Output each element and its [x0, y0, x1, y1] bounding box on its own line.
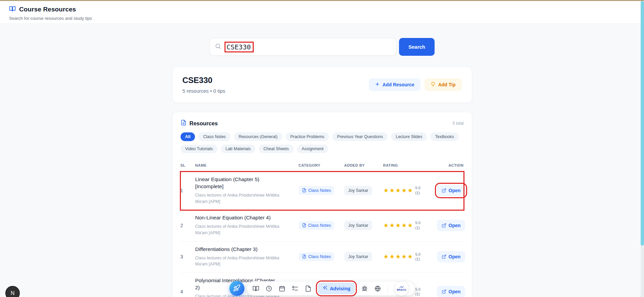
bug-icon[interactable]	[361, 285, 368, 292]
course-meta: 5 resources • 0 tips	[183, 88, 226, 94]
bracu-logo[interactable]: BRACU	[394, 281, 409, 296]
page-scrollbar[interactable]	[641, 1, 644, 297]
row-sl: 1	[181, 188, 195, 193]
row-sl: 4	[181, 289, 195, 294]
rating: 5.0(1)	[383, 220, 437, 230]
filter-chip-resources-general[interactable]: Resources (General)	[234, 132, 282, 141]
dock-pill: Advising BRACU	[247, 281, 415, 296]
clock-icon[interactable]	[265, 285, 272, 292]
filter-chip-practice-problems[interactable]: Practice Problems	[286, 132, 329, 141]
filter-chip-textbooks[interactable]: Textbooks	[430, 132, 458, 141]
open-button[interactable]: Open	[437, 185, 465, 196]
filter-chip-assignment[interactable]: Assignment	[297, 144, 328, 153]
list-todo-icon[interactable]	[292, 285, 298, 292]
col-category: CATEGORY	[295, 163, 344, 167]
filter-chip-previous-year-questions[interactable]: Previous Year Questions	[332, 132, 388, 141]
category-badge: Class Notes	[299, 221, 334, 230]
plus-icon	[375, 82, 380, 88]
search-row: CSE330 Search	[0, 38, 644, 56]
open-label: Open	[449, 188, 461, 193]
calendar-icon[interactable]	[279, 285, 285, 292]
filter-chip-class-notes[interactable]: Class Notes	[198, 132, 230, 141]
rating: 5.0(1)	[383, 185, 437, 195]
added-by-pill: Joy Sarkar	[344, 252, 373, 261]
resources-title: Resources	[190, 120, 218, 127]
file-icon[interactable]	[305, 285, 311, 292]
search-input[interactable]: CSE330	[209, 38, 396, 56]
resource-description: Class lectures of Anika Priodorshinee Mr…	[195, 255, 281, 268]
resource-name: Differentiations (Chapter 3)	[195, 246, 279, 253]
external-link-icon	[442, 188, 446, 193]
col-action: ACTION	[437, 163, 464, 167]
external-link-icon	[442, 223, 446, 228]
resource-description: Class lectures of Anika Priodorshinee Mr…	[195, 223, 281, 236]
sparkles-icon	[322, 285, 328, 292]
col-name: NAME	[195, 163, 295, 167]
floating-dock: Advising BRACU	[229, 281, 415, 296]
resource-name: Linear Equation (Chapter 5) [Incomplete]	[195, 176, 279, 190]
filter-row-1: All Class Notes Resources (General) Prac…	[181, 132, 464, 141]
rating-count: (1)	[415, 292, 420, 296]
page-subtitle: Search for course resources and study ti…	[9, 16, 644, 21]
resource-description: Class lectures of Anika Priodorshinee Mr…	[195, 192, 281, 205]
resources-card: Resources 5 total All Class Notes Resour…	[172, 112, 472, 297]
add-resource-button[interactable]: Add Resource	[369, 78, 420, 91]
table-header: SL NAME CATEGORY ADDED BY RATING ACTION	[181, 160, 464, 172]
col-sl: SL	[181, 163, 195, 167]
table-row: 3 Differentiations (Chapter 3) Class lec…	[181, 242, 464, 273]
avatar-label: N	[11, 290, 15, 296]
search-input-value: CSE330	[225, 42, 254, 52]
resource-name: Non-Linear Equation (Chapter 4)	[195, 214, 279, 221]
bracu-mark-icon	[400, 286, 404, 288]
rocket-button[interactable]	[229, 281, 244, 296]
globe-icon[interactable]	[374, 285, 381, 292]
category-badge: Class Notes	[299, 186, 334, 195]
table-row: 2 Non-Linear Equation (Chapter 4) Class …	[181, 210, 464, 241]
rating-count: (1)	[415, 257, 420, 261]
star-icons	[383, 188, 413, 193]
table-row: 1 Linear Equation (Chapter 5) [Incomplet…	[181, 172, 464, 210]
add-tip-button[interactable]: Add Tip	[425, 78, 462, 91]
col-added-by: ADDED BY	[344, 163, 383, 167]
search-icon	[215, 43, 221, 51]
add-resource-label: Add Resource	[383, 82, 414, 87]
book-open-icon[interactable]	[252, 285, 259, 292]
rating-value: 5.0	[415, 186, 420, 190]
open-label: Open	[449, 254, 461, 259]
added-by-pill: Joy Sarkar	[344, 221, 373, 230]
rating-value: 5.0	[415, 287, 420, 291]
app-header: Course Resources Search for course resou…	[0, 1, 644, 24]
main-content: CSE330 Search CSE330 5 resources • 0 tip…	[0, 24, 644, 297]
scrollbar-thumb[interactable]	[641, 1, 644, 246]
add-tip-label: Add Tip	[438, 82, 456, 87]
advising-label: Advising	[330, 286, 350, 291]
course-card: CSE330 5 resources • 0 tips Add Resource…	[172, 67, 472, 103]
added-by-pill: Joy Sarkar	[344, 186, 373, 195]
filter-chip-lecture-slides[interactable]: Lecture Slides	[391, 132, 427, 141]
open-button[interactable]: Open	[437, 286, 465, 297]
filter-chip-lab-materials[interactable]: Lab Materials	[221, 144, 255, 153]
col-rating: RATING	[383, 163, 437, 167]
top-accent-line	[0, 0, 644, 1]
dock-divider	[387, 285, 388, 293]
advising-button[interactable]: Advising	[318, 283, 355, 294]
page-title: Course Resources	[19, 6, 76, 13]
filter-chip-video-tutorials[interactable]: Video Tutorials	[181, 144, 217, 153]
external-link-icon	[442, 254, 446, 259]
rating-count: (1)	[415, 191, 420, 195]
rating-count: (1)	[415, 226, 420, 230]
filter-chip-cheat-sheets[interactable]: Cheat Sheets	[259, 144, 294, 153]
rating-value: 5.0	[415, 221, 420, 225]
open-button[interactable]: Open	[437, 220, 465, 231]
category-label: Class Notes	[308, 254, 331, 259]
open-button[interactable]: Open	[437, 251, 465, 262]
filter-chip-all[interactable]: All	[181, 132, 195, 141]
lightbulb-icon	[431, 82, 436, 88]
open-label: Open	[449, 223, 461, 228]
category-label: Class Notes	[308, 223, 331, 228]
file-text-icon	[181, 120, 187, 127]
open-label: Open	[449, 289, 461, 294]
resources-total: 5 total	[453, 121, 464, 126]
resources-table: SL NAME CATEGORY ADDED BY RATING ACTION …	[181, 160, 464, 297]
search-button[interactable]: Search	[399, 38, 435, 56]
